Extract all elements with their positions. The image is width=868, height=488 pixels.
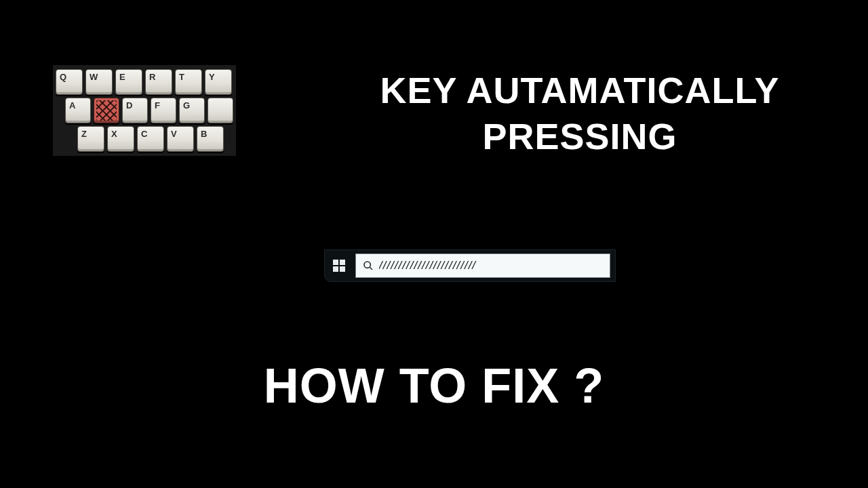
keyboard-key: R xyxy=(145,69,172,95)
keyboard-key: T xyxy=(175,69,202,95)
keyboard-key: Y xyxy=(205,69,232,95)
keyboard-key: E xyxy=(115,69,142,95)
keyboard-key: W xyxy=(85,69,113,95)
keyboard-illustration: QWERTYADFGZXCVB xyxy=(53,65,236,156)
keyboard-key: Q xyxy=(56,69,83,95)
search-icon xyxy=(363,260,374,271)
bottom-heading: HOW TO FIX ? xyxy=(0,358,868,413)
keyboard-key: Z xyxy=(77,126,104,152)
keyboard-row: ADFG xyxy=(65,98,233,123)
title-line-1: KEY AUTAMATICALLY xyxy=(329,68,831,114)
svg-rect-3 xyxy=(340,266,345,272)
title-line-2: PRESSING xyxy=(329,114,831,160)
keyboard-key: V xyxy=(167,126,194,152)
keyboard-key: X xyxy=(107,126,134,152)
keyboard-key: C xyxy=(137,126,164,152)
svg-line-5 xyxy=(370,267,372,270)
keyboard-row: QWERTY xyxy=(56,69,233,95)
search-input[interactable] xyxy=(379,259,603,272)
start-button[interactable] xyxy=(330,256,349,275)
keyboard-key-removed xyxy=(94,98,119,123)
keyboard-key xyxy=(208,98,233,123)
search-box[interactable] xyxy=(355,253,610,278)
svg-point-4 xyxy=(364,262,370,268)
keyboard-key: D xyxy=(122,98,148,123)
svg-rect-2 xyxy=(333,266,338,272)
keyboard-key: F xyxy=(151,98,176,123)
keyboard-key: G xyxy=(179,98,205,123)
svg-rect-1 xyxy=(340,260,345,265)
keyboard-key: A xyxy=(65,98,91,123)
windows-logo-icon xyxy=(333,260,345,272)
svg-rect-0 xyxy=(333,260,338,265)
keyboard-row: ZXCVB xyxy=(77,126,233,152)
keyboard-key: B xyxy=(197,126,224,152)
taskbar xyxy=(324,249,616,282)
title-block: KEY AUTAMATICALLY PRESSING xyxy=(329,68,831,159)
